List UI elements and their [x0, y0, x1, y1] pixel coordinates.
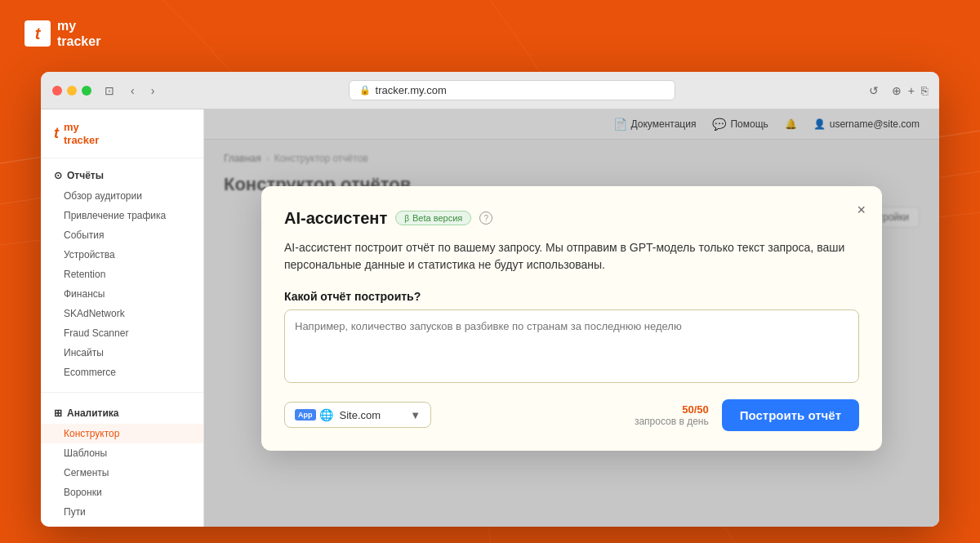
analytics-icon: ⊞	[54, 407, 62, 419]
sidebar-logo-text: my tracker	[64, 121, 99, 146]
sidebar-section-reports: ⊙ Отчёты Обзор аудитории Привлечение тра…	[41, 158, 203, 389]
modal-description: AI-ассистент построит отчёт по вашему за…	[284, 239, 859, 274]
lock-icon: 🔒	[359, 85, 371, 96]
tab-view-button[interactable]: ⊡	[101, 82, 118, 99]
new-tab-icon[interactable]: +	[908, 84, 915, 97]
logo-icon: t	[24, 20, 51, 47]
app-selector-dropdown[interactable]: App 🌐 Site.com ▼	[284, 402, 431, 428]
quota-number: 50/50	[635, 403, 709, 416]
reports-icon: ⊙	[54, 170, 62, 181]
sidebar-item-audience[interactable]: Обзор аудитории	[41, 186, 203, 206]
app-globe-icon: 🌐	[319, 408, 333, 421]
sidebar-header-reports: ⊙ Отчёты	[41, 165, 203, 186]
back-button[interactable]: ‹	[127, 82, 138, 99]
top-logo: t my tracker	[24, 18, 100, 49]
help-circle-icon[interactable]: ?	[479, 211, 492, 225]
footer-right: 50/50 запросов в день Построить отчёт	[635, 399, 859, 431]
browser-chrome: ⊡ ‹ › 🔒 tracker.my.com ↺ ⊕ + ⎘	[41, 72, 939, 109]
minimize-traffic-light[interactable]	[67, 86, 77, 96]
maximize-traffic-light[interactable]	[82, 86, 91, 96]
quota-info: 50/50 запросов в день	[635, 403, 709, 427]
sidebar-item-retention[interactable]: Retention	[41, 265, 203, 284]
url-text: tracker.my.com	[376, 84, 447, 96]
forward-button[interactable]: ›	[148, 82, 158, 99]
sidebar-logo-icon: t	[54, 125, 59, 142]
beta-badge: β Beta версия	[395, 211, 471, 225]
sidebar-item-devices[interactable]: Устройства	[41, 245, 203, 265]
beta-icon: β	[404, 214, 409, 223]
quota-label: запросов в день	[635, 416, 709, 427]
browser-actions: ⊕ + ⎘	[892, 84, 928, 97]
modal-close-button[interactable]: ×	[853, 199, 869, 220]
sidebar-item-finance[interactable]: Финансы	[41, 284, 203, 304]
browser-window: ⊡ ‹ › 🔒 tracker.my.com ↺ ⊕ + ⎘ t my trac…	[41, 72, 939, 527]
sidebar-divider-1	[41, 392, 203, 393]
dropdown-arrow-icon: ▼	[410, 409, 421, 421]
sidebar-item-skadnetwork[interactable]: SKAdNetwork	[41, 304, 203, 323]
sidebar-item-segments[interactable]: Сегменты	[41, 463, 203, 483]
build-report-button[interactable]: Построить отчёт	[722, 399, 859, 431]
sidebar-item-templates[interactable]: Шаблоны	[41, 443, 203, 463]
sidebar-item-paths[interactable]: Пути	[41, 502, 203, 522]
reload-button[interactable]: ↺	[866, 82, 882, 99]
sidebar-header-analytics: ⊞ Аналитика	[41, 403, 203, 424]
share-icon[interactable]: ⎘	[921, 84, 928, 97]
extensions-icon[interactable]: ⊕	[892, 84, 902, 97]
sidebar-item-traffic[interactable]: Привлечение трафика	[41, 206, 203, 225]
app-icon-wrapper: App 🌐	[295, 408, 333, 421]
close-traffic-light[interactable]	[52, 86, 62, 96]
sidebar-item-funnels[interactable]: Воронки	[41, 483, 203, 502]
report-query-input[interactable]	[284, 309, 859, 383]
sidebar-item-insights[interactable]: Инсайты	[41, 343, 203, 363]
modal-question-label: Какой отчёт построить?	[284, 290, 859, 303]
sidebar-logo: t my tracker	[41, 109, 203, 158]
modal-overlay: AI-ассистент β Beta версия ? × AI-ассист…	[204, 109, 939, 527]
sidebar-item-constructor[interactable]: Конструктор	[41, 424, 203, 443]
sidebar-item-computed[interactable]: Вычисляемые метрики	[41, 522, 203, 527]
sidebar: t my tracker ⊙ Отчёты Обзор аудитории Пр…	[41, 109, 204, 527]
address-bar[interactable]: 🔒 tracker.my.com	[349, 80, 675, 100]
ai-assistant-modal: AI-ассистент β Beta версия ? × AI-ассист…	[261, 186, 882, 451]
main-area: 📄 Документация 💬 Помощь 🔔 👤 username@sit…	[204, 109, 939, 527]
sidebar-item-events[interactable]: События	[41, 225, 203, 245]
traffic-lights	[52, 86, 91, 96]
modal-footer: App 🌐 Site.com ▼ 50/50 запросов в день	[284, 399, 859, 431]
app-icon: App	[295, 409, 316, 421]
sidebar-section-analytics: ⊞ Аналитика Конструктор Шаблоны Сегменты…	[41, 396, 203, 527]
app-name: Site.com	[340, 409, 381, 421]
modal-header: AI-ассистент β Beta версия ?	[284, 209, 859, 228]
modal-title: AI-ассистент	[284, 209, 387, 228]
sidebar-item-fraud[interactable]: Fraud Scanner	[41, 323, 203, 343]
browser-content: t my tracker ⊙ Отчёты Обзор аудитории Пр…	[41, 109, 939, 527]
logo-text: my tracker	[57, 18, 100, 49]
sidebar-item-ecommerce[interactable]: Ecommerce	[41, 363, 203, 382]
